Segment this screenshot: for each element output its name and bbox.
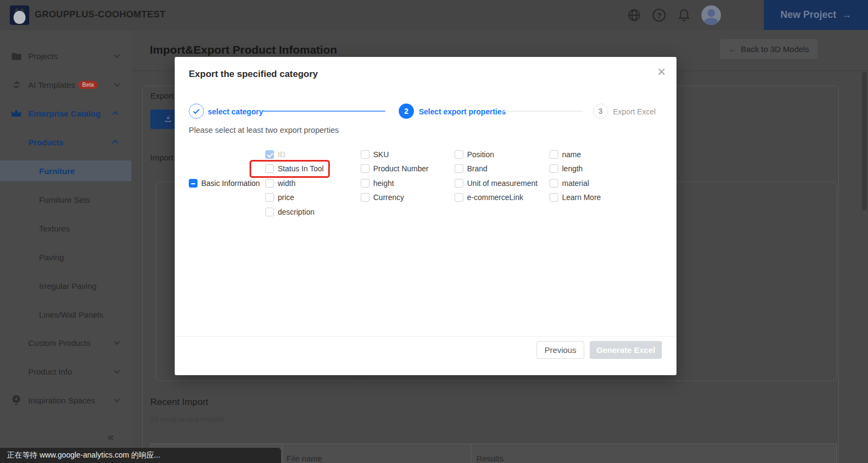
page-title: Import&Export Product Infomation bbox=[150, 43, 337, 56]
chevron-up-icon bbox=[112, 111, 118, 117]
recent-import-title: Recent Import bbox=[150, 397, 208, 408]
globe-icon[interactable] bbox=[627, 8, 642, 23]
sidebar-item-furniture-sets[interactable]: Furniture Sets bbox=[0, 191, 131, 208]
indeterminate-checkbox-icon bbox=[189, 179, 197, 188]
new-project-button[interactable]: New Project → bbox=[764, 0, 868, 30]
checkbox-id: ID bbox=[265, 150, 285, 159]
checkbox-basic-information[interactable]: Basic Information bbox=[189, 178, 260, 188]
checkbox-icon bbox=[265, 208, 274, 216]
checkbox-icon bbox=[361, 193, 369, 202]
checkbox-currency[interactable]: Currency bbox=[361, 192, 404, 202]
sidebar-item-custom-products[interactable]: Custom Products bbox=[0, 335, 131, 351]
sidebar-item-textures[interactable]: Textures bbox=[0, 220, 131, 236]
checkbox-brand[interactable]: Brand bbox=[455, 164, 487, 173]
sidebar-item-paving[interactable]: Paving bbox=[0, 249, 131, 265]
sidebar-collapse-button[interactable]: « bbox=[107, 430, 114, 445]
arrow-left-icon: ← bbox=[729, 44, 737, 54]
sidebar-item-irregular-paving[interactable]: Irregular Paving bbox=[0, 278, 131, 294]
screen: GROUPPLUS-COOHOMTEST ? New Project → Pro… bbox=[0, 0, 868, 463]
checkbox-icon bbox=[455, 179, 463, 188]
sidebar: Projects AI TemplatesBeta Enterprise Cat… bbox=[0, 30, 131, 463]
sidebar-item-inspiration-spaces[interactable]: Inspiration Spaces bbox=[0, 392, 131, 408]
checked-checkbox-icon bbox=[265, 150, 274, 159]
avatar[interactable] bbox=[701, 5, 721, 25]
checkbox-icon bbox=[361, 164, 369, 173]
close-icon[interactable]: × bbox=[658, 65, 666, 79]
sidebar-item-furniture[interactable]: Furniture bbox=[0, 163, 131, 179]
checkbox-icon bbox=[455, 164, 463, 173]
help-icon[interactable]: ? bbox=[652, 8, 667, 23]
ai-templates-icon bbox=[10, 79, 22, 91]
brand-name: GROUPPLUS-COOHOMTEST bbox=[35, 9, 165, 20]
browser-status-toast: 正在等待 www.google-analytics.com 的响应... bbox=[0, 448, 281, 463]
checkbox-e-commercelink[interactable]: e-commerceLink bbox=[455, 192, 523, 202]
modal-title: Export the specified category bbox=[189, 69, 318, 80]
checkbox-icon bbox=[361, 179, 369, 188]
checkbox-length[interactable]: length bbox=[550, 164, 583, 173]
sidebar-item-products[interactable]: Products bbox=[0, 134, 131, 150]
checkbox-sku[interactable]: SKU bbox=[361, 150, 389, 159]
previous-button[interactable]: Previous bbox=[537, 341, 584, 359]
chevron-down-icon bbox=[114, 52, 120, 58]
column-header-file-name: File name bbox=[286, 454, 322, 463]
checkbox-material[interactable]: material bbox=[550, 178, 589, 188]
bulb-icon bbox=[10, 394, 22, 406]
back-to-3d-models-button[interactable]: ← Back to 3D Models bbox=[720, 39, 818, 59]
footer-divider bbox=[175, 336, 676, 337]
bell-icon[interactable] bbox=[676, 8, 692, 23]
import-section-label: Import bbox=[150, 153, 174, 162]
generate-excel-button[interactable]: Generate Excel bbox=[590, 341, 662, 359]
folder-icon bbox=[10, 50, 22, 62]
checkbox-unit-of-measurement[interactable]: Unit of measurement bbox=[455, 178, 538, 188]
checkbox-icon bbox=[265, 179, 274, 188]
checkbox-position[interactable]: Position bbox=[455, 150, 494, 159]
step-3-label: Export Excel bbox=[613, 107, 656, 116]
checkbox-icon bbox=[265, 193, 274, 202]
checkbox-product-number[interactable]: Product Number bbox=[361, 164, 429, 173]
checkbox-price[interactable]: price bbox=[265, 192, 294, 202]
check-icon bbox=[193, 107, 199, 114]
chevron-up-icon bbox=[112, 140, 118, 146]
selection-hint: Please select at least two export proper… bbox=[189, 126, 339, 134]
step-3-circle: 3 bbox=[593, 104, 608, 119]
checkbox-icon bbox=[455, 193, 463, 202]
sidebar-item-projects[interactable]: Projects bbox=[0, 48, 131, 64]
step-2-circle: 2 bbox=[399, 104, 414, 119]
checkbox-description[interactable]: description bbox=[265, 207, 315, 217]
sidebar-item-ai-templates[interactable]: AI TemplatesBeta bbox=[0, 76, 131, 93]
chevron-down-icon bbox=[114, 339, 120, 345]
checkbox-status-in-tool[interactable]: Status In Tool bbox=[265, 164, 324, 173]
step-1-label: select category bbox=[208, 107, 263, 116]
step-2-label: Select export properties bbox=[419, 107, 506, 116]
checkbox-icon bbox=[265, 164, 274, 173]
download-icon bbox=[164, 115, 172, 124]
export-category-modal: Export the specified category × select c… bbox=[175, 57, 676, 375]
chevron-down-icon bbox=[114, 368, 120, 374]
checkbox-icon bbox=[550, 164, 558, 173]
checkbox-icon bbox=[361, 150, 369, 159]
beta-badge: Beta bbox=[78, 81, 98, 89]
checkbox-learn-more[interactable]: Learn More bbox=[550, 192, 601, 202]
checkbox-icon bbox=[550, 150, 558, 159]
export-section-label: Export bbox=[150, 91, 174, 100]
sidebar-item-product-info[interactable]: Product Info bbox=[0, 363, 131, 380]
step-1-circle bbox=[189, 104, 204, 119]
checkbox-icon bbox=[455, 150, 463, 159]
checkbox-height[interactable]: height bbox=[361, 178, 394, 188]
topbar: GROUPPLUS-COOHOMTEST ? New Project → bbox=[0, 0, 868, 30]
crown-icon bbox=[10, 107, 22, 119]
checkbox-icon bbox=[550, 179, 558, 188]
sidebar-item-lines-wall-panels[interactable]: Lines/Wall Panels bbox=[0, 306, 131, 323]
recent-import-subtitle: 20 most recent imports bbox=[150, 415, 225, 423]
checkbox-icon bbox=[550, 193, 558, 202]
vertical-scrollbar[interactable] bbox=[862, 72, 867, 210]
column-header-results: Results bbox=[476, 454, 503, 463]
brand-logo[interactable] bbox=[10, 5, 29, 25]
chevron-down-icon bbox=[114, 396, 120, 402]
step-connector-active bbox=[262, 111, 385, 112]
arrow-right-icon: → bbox=[842, 9, 852, 21]
checkbox-name[interactable]: name bbox=[550, 150, 581, 159]
sidebar-item-enterprise-catalog[interactable]: Enterprise Catalog bbox=[0, 105, 131, 121]
checkbox-width[interactable]: width bbox=[265, 178, 296, 188]
step-connector-pending bbox=[502, 111, 583, 112]
